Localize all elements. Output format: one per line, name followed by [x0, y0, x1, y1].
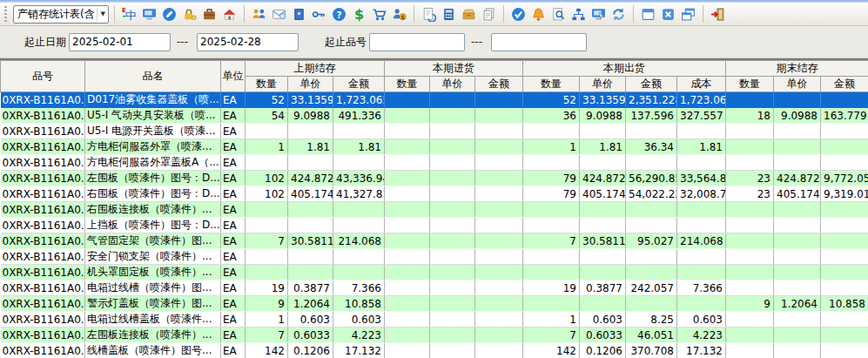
cell-purchase-value[interactable]: [385, 233, 430, 249]
cell-shipment-value[interactable]: [580, 296, 626, 312]
col-header-amount[interactable]: 金额: [333, 77, 385, 92]
cell-opening-value[interactable]: [246, 124, 288, 139]
cell-purchase-value[interactable]: [475, 202, 523, 218]
monitor-pointer-icon[interactable]: [589, 5, 608, 24]
cell-item-name[interactable]: 安全门锁支架（喷漆件）...: [85, 249, 221, 265]
check-icon[interactable]: [509, 5, 528, 24]
cell-shipment-value[interactable]: 7: [523, 328, 580, 343]
cell-purchase-value[interactable]: [430, 171, 475, 186]
cell-ending-value[interactable]: [821, 92, 868, 108]
cell-item-no[interactable]: 0XRX-B1161A0...: [1, 280, 85, 296]
cell-ending-value[interactable]: [821, 139, 868, 155]
table-row[interactable]: 0XRX-B1161A0...线槽盖板（喷漆件）图号...EA1420.1206…: [1, 343, 868, 358]
cell-shipment-value[interactable]: [626, 265, 677, 280]
cell-ending-value[interactable]: [726, 155, 774, 171]
cell-ending-value[interactable]: 23: [726, 186, 774, 202]
cell-purchase-value[interactable]: [385, 139, 430, 155]
report-type-dropdown[interactable]: 产销存统计表(含 ▼: [13, 5, 109, 24]
cell-ending-value[interactable]: 23: [726, 171, 774, 186]
col-header-amount[interactable]: 金额: [626, 77, 677, 92]
cell-purchase-value[interactable]: [385, 218, 430, 233]
cell-unit[interactable]: EA: [221, 124, 246, 139]
cell-shipment-value[interactable]: [523, 218, 580, 233]
cell-purchase-value[interactable]: [430, 249, 475, 265]
cell-item-no[interactable]: 0XRX-B1161A0...: [1, 171, 85, 186]
cell-opening-value[interactable]: 10.858: [333, 296, 385, 312]
item-to-input[interactable]: [491, 33, 587, 51]
col-header-qty[interactable]: 数量: [246, 77, 288, 92]
cell-ending-value[interactable]: [821, 124, 868, 139]
cell-opening-value[interactable]: 1.81: [333, 139, 385, 155]
cell-shipment-value[interactable]: 8.25: [626, 312, 677, 328]
cell-shipment-value[interactable]: 17.132: [677, 343, 726, 358]
home-icon[interactable]: [220, 5, 239, 24]
cell-ending-value[interactable]: [726, 124, 774, 139]
cell-item-name[interactable]: 电箱过线槽（喷漆件）图...: [85, 280, 221, 296]
cell-item-no[interactable]: 0XRX-B1161A0...: [1, 218, 85, 233]
calculator-icon[interactable]: [440, 5, 458, 24]
item-from-input[interactable]: [369, 33, 465, 51]
cell-purchase-value[interactable]: [475, 296, 523, 312]
cell-shipment-value[interactable]: 1,723.065: [677, 92, 726, 108]
cell-unit[interactable]: EA: [221, 186, 246, 202]
cell-item-no[interactable]: 0XRX-B1161A0...: [1, 108, 85, 124]
drawer-icon[interactable]: [460, 5, 478, 24]
cell-purchase-value[interactable]: [385, 328, 430, 343]
col-header-price[interactable]: 单价: [580, 77, 626, 92]
cell-opening-value[interactable]: 43,336.946: [333, 171, 385, 186]
cell-purchase-value[interactable]: [475, 155, 523, 171]
cell-shipment-value[interactable]: 0.6033: [580, 328, 626, 343]
cell-unit[interactable]: EA: [221, 312, 246, 328]
cell-purchase-value[interactable]: [385, 249, 430, 265]
cell-ending-value[interactable]: [726, 312, 774, 328]
table-row[interactable]: 0XRX-B1161A0...左围板（喷漆件）图号：D...EA102424.8…: [1, 171, 868, 186]
mail-icon[interactable]: [270, 5, 288, 24]
cell-purchase-value[interactable]: [475, 124, 523, 139]
cell-purchase-value[interactable]: [385, 296, 430, 312]
cell-shipment-value[interactable]: 9.0988: [580, 108, 626, 124]
cell-ending-value[interactable]: 10.858: [821, 296, 868, 312]
cell-ending-value[interactable]: [821, 249, 868, 265]
cell-shipment-value[interactable]: [580, 155, 626, 171]
cell-purchase-value[interactable]: [475, 218, 523, 233]
cell-shipment-value[interactable]: [626, 249, 677, 265]
cell-purchase-value[interactable]: [430, 92, 475, 108]
notebook-icon[interactable]: [290, 5, 308, 24]
cell-ending-value[interactable]: [726, 343, 774, 358]
cell-item-name[interactable]: U5-I 电源开关盖板（喷漆...: [85, 124, 221, 139]
cell-shipment-value[interactable]: 0.603: [677, 312, 726, 328]
cell-opening-value[interactable]: 405.1746: [288, 186, 333, 202]
cell-ending-value[interactable]: [821, 218, 868, 233]
cell-opening-value[interactable]: 491.336: [333, 108, 385, 124]
cell-opening-value[interactable]: 214.068: [333, 233, 385, 249]
cell-item-no[interactable]: 0XRX-B1161A0...: [1, 343, 85, 358]
cell-purchase-value[interactable]: [430, 233, 475, 249]
exit-icon[interactable]: [709, 5, 727, 24]
window-icon[interactable]: [639, 5, 657, 24]
cell-shipment-value[interactable]: [626, 124, 677, 139]
cell-ending-value[interactable]: [726, 202, 774, 218]
cell-shipment-value[interactable]: 95.027: [626, 233, 677, 249]
cell-opening-value[interactable]: 7: [246, 233, 288, 249]
cell-purchase-value[interactable]: [475, 92, 523, 108]
cell-purchase-value[interactable]: [430, 108, 475, 124]
cell-shipment-value[interactable]: 56,290.855: [626, 171, 677, 186]
cell-shipment-value[interactable]: 405.1746: [580, 186, 626, 202]
cell-opening-value[interactable]: 1.81: [288, 139, 333, 155]
cell-ending-value[interactable]: [726, 92, 774, 108]
cell-purchase-value[interactable]: [430, 124, 475, 139]
bell-icon[interactable]: [529, 5, 548, 24]
cell-opening-value[interactable]: [288, 124, 333, 139]
cell-ending-value[interactable]: [821, 155, 868, 171]
cell-shipment-value[interactable]: [677, 155, 726, 171]
cell-shipment-value[interactable]: [677, 296, 726, 312]
table-row[interactable]: 0XRX-B1161A0...上挡板（喷漆件）图号：D...EA: [1, 218, 868, 233]
col-header-qty[interactable]: 数量: [385, 77, 430, 92]
phone-icon[interactable]: [160, 5, 178, 24]
cell-shipment-value[interactable]: 36: [523, 108, 580, 124]
cell-purchase-value[interactable]: [475, 265, 523, 280]
cell-shipment-value[interactable]: [626, 155, 677, 171]
cell-opening-value[interactable]: 424.872: [288, 171, 333, 186]
cell-opening-value[interactable]: 1: [246, 312, 288, 328]
cell-shipment-value[interactable]: 32,008.797: [677, 186, 726, 202]
